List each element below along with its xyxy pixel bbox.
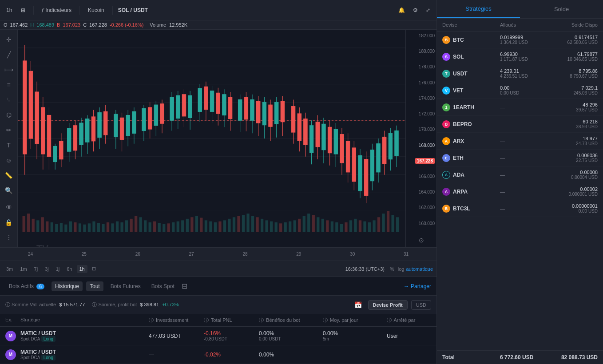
lock-tool[interactable]: 🔒 — [3, 216, 15, 229]
svg-rect-25 — [88, 223, 91, 232]
vet-dispo: 7 029.1 245.03 USD — [544, 85, 598, 95]
svg-rect-125 — [126, 115, 130, 136]
segment-tool[interactable]: ⟼ — [3, 63, 15, 76]
multi-chart-btn[interactable]: ⊞ — [18, 5, 28, 15]
chart-canvas[interactable]: TV — [18, 30, 405, 247]
svg-rect-95 — [29, 71, 32, 138]
svg-rect-88 — [382, 214, 385, 232]
balance-row-arpa: A ARPA — 0.00002 0.000001 USD — [437, 183, 603, 200]
tf-3m-btn[interactable]: 3m — [4, 265, 16, 273]
ruler-tool[interactable]: 📏 — [3, 169, 15, 182]
more-tools[interactable]: ⋮ — [3, 231, 15, 244]
alert-btn[interactable]: 🔔 — [396, 5, 408, 15]
calendar-btn[interactable]: 📅 — [352, 300, 365, 310]
benefice-cell-1: 0.00% 0.00 USDT — [259, 330, 321, 341]
tf-3j-btn[interactable]: 3j — [42, 265, 52, 273]
channel-tool[interactable]: ≡ — [3, 79, 15, 91]
clock-icon[interactable]: ⊙ — [408, 237, 435, 244]
line-tool[interactable]: ╱ — [3, 48, 15, 61]
auto-btn[interactable]: automatique — [406, 266, 433, 272]
spot-tab[interactable]: Bots Spot — [148, 281, 178, 291]
arpa-dispo: 0.00002 0.000001 USD — [544, 186, 598, 197]
svg-rect-143 — [188, 95, 192, 118]
timeframe-1h-btn[interactable]: 1h — [4, 5, 15, 15]
brush-tool[interactable]: ✏ — [3, 124, 15, 136]
tout-tab[interactable]: Tout — [86, 281, 103, 291]
svg-rect-86 — [373, 220, 375, 232]
svg-rect-191 — [346, 141, 349, 172]
toolbar-divider-3 — [112, 6, 113, 15]
pattern-tool[interactable]: ⌬ — [3, 109, 15, 121]
svg-rect-76 — [326, 220, 329, 232]
arx-dispo: 18 977 24.73 USD — [544, 136, 598, 146]
svg-rect-165 — [262, 102, 266, 125]
balance-row-arx: A ARX — 18 977 24.73 USD — [437, 133, 603, 150]
price-level-166: 166.000 — [408, 174, 435, 179]
svg-rect-15 — [41, 217, 44, 232]
svg-rect-29 — [107, 222, 109, 232]
header-solde-dispo: Solde Dispo — [544, 22, 598, 28]
tf-1j-btn[interactable]: 1j — [53, 265, 63, 273]
ada-dispo: 0.00008 0.00004 USD — [544, 170, 598, 180]
header-alloues: Alloués — [500, 22, 544, 28]
exchange-btn[interactable]: Kucoin — [85, 5, 107, 15]
solde-tab-btn[interactable]: Solde — [520, 0, 603, 18]
svg-rect-163 — [256, 101, 260, 123]
svg-rect-12 — [27, 214, 30, 232]
futures-tab[interactable]: Bots Futures — [107, 281, 144, 291]
svg-rect-17 — [51, 222, 53, 232]
svg-rect-175 — [298, 114, 301, 141]
tf-1h-btn[interactable]: 1h — [77, 265, 87, 273]
svg-rect-135 — [160, 104, 164, 123]
svg-rect-133 — [154, 105, 158, 126]
crosshair-tool[interactable]: ✛ — [3, 33, 15, 46]
measure-tool[interactable]: 👁 — [3, 201, 15, 214]
alert-icon: 🔔 — [398, 7, 405, 13]
info-icon-pnl: ⓘ — [204, 317, 209, 323]
bots-actifs-tab[interactable]: Bots Actifs 6 — [5, 281, 48, 291]
info-icon-ben: ⓘ — [259, 317, 264, 323]
svg-rect-121 — [114, 114, 118, 137]
svg-rect-75 — [321, 219, 324, 232]
close-val: 167.228 — [89, 22, 107, 28]
svg-rect-131 — [148, 107, 151, 129]
price-level-176: 176.000 — [408, 80, 435, 85]
svg-rect-59 — [246, 214, 249, 232]
svg-rect-34 — [130, 219, 132, 232]
svg-rect-72 — [307, 214, 310, 232]
fork-tool[interactable]: ⑂ — [3, 94, 15, 106]
svg-rect-53 — [218, 222, 221, 232]
coin-icon-matic: M — [5, 331, 16, 341]
time-label-28: 28 — [242, 252, 247, 257]
col-pnl: ⓘ Total PNL — [204, 317, 257, 324]
tf-1m-btn[interactable]: 1m — [17, 265, 29, 273]
partager-btn[interactable]: → Partager — [404, 283, 431, 289]
emoji-tool[interactable]: ☺ — [3, 154, 15, 166]
indicators-label: Indicateurs — [45, 7, 71, 13]
tf-6h-btn[interactable]: 6h — [64, 265, 75, 273]
svg-rect-123 — [120, 118, 123, 139]
svg-rect-62 — [261, 219, 263, 232]
svg-rect-151 — [216, 93, 220, 114]
zoom-tool[interactable]: 🔍 — [3, 184, 15, 197]
tf-7j-btn[interactable]: 7j — [32, 265, 41, 273]
coin-bepro: B BEPRO — [442, 120, 500, 128]
moy-val2-1: 5m — [323, 336, 385, 341]
usd-btn[interactable]: USD — [411, 300, 431, 310]
indicators-btn[interactable]: 𝑓 Indicateurs — [39, 5, 74, 16]
strategies-tab-btn[interactable]: Stratégies — [437, 0, 520, 18]
text-tool[interactable]: T — [3, 139, 15, 151]
price-level-170: 170.000 — [408, 127, 435, 132]
svg-rect-23 — [79, 223, 81, 232]
filter-btn[interactable]: ⊟ — [182, 282, 187, 290]
strategy-cell-2: MATIC / USDT Spot DCA Long — [20, 349, 147, 360]
historique-tab[interactable]: Historique — [52, 281, 83, 291]
svg-rect-70 — [298, 219, 301, 232]
fullscreen-btn[interactable]: ⤢ — [423, 5, 433, 15]
svg-rect-64 — [270, 222, 273, 232]
chart-settings-btn[interactable]: ⚙ — [410, 5, 421, 15]
ben-val-1: 0.00% — [259, 330, 321, 336]
compare-btn[interactable]: ⊡ — [89, 265, 99, 273]
devise-profit-btn[interactable]: Devise Profit — [368, 300, 408, 310]
ada-dot: A — [442, 171, 450, 179]
